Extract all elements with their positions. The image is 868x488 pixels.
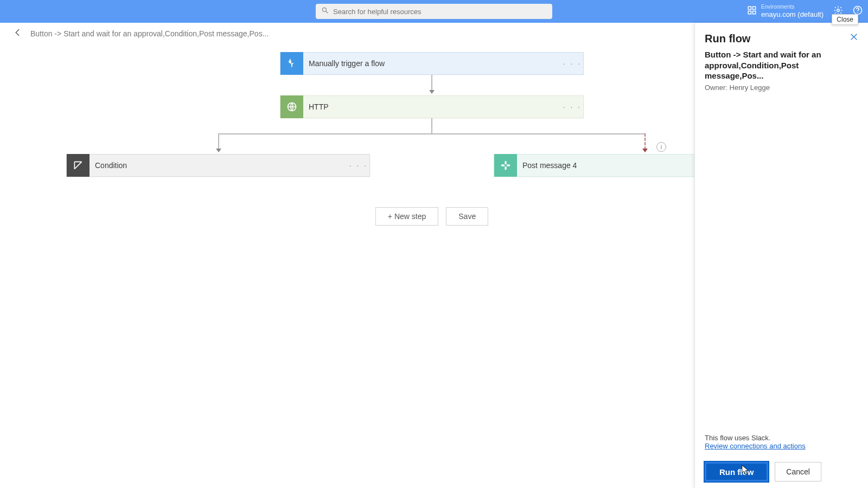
environment-label: Environments	[761, 4, 824, 10]
arrow-down-icon	[216, 149, 221, 152]
search-box[interactable]	[316, 4, 552, 19]
connector-line	[431, 118, 432, 133]
flow-canvas: Manually trigger a flow · · · HTTP · · ·…	[0, 44, 694, 488]
run-flow-button[interactable]: Run flow	[705, 462, 768, 481]
arrow-down-icon	[429, 90, 435, 94]
panel-subtitle: Button -> Start and wait for an approval…	[705, 49, 858, 81]
close-tooltip: Close	[832, 14, 858, 25]
canvas-actions: + New step Save	[375, 207, 488, 226]
cancel-button[interactable]: Cancel	[775, 462, 821, 481]
svg-point-9	[289, 61, 291, 62]
condition-icon	[67, 154, 90, 177]
slack-icon	[494, 154, 517, 177]
search-icon	[321, 7, 329, 16]
svg-point-6	[837, 9, 840, 12]
breadcrumb-title: Button -> Start and wait for an approval…	[30, 29, 269, 38]
trigger-icon	[280, 52, 303, 75]
environment-icon	[747, 5, 757, 17]
close-icon[interactable]	[850, 33, 858, 43]
card-condition-title: Condition	[90, 161, 348, 170]
http-icon	[280, 95, 303, 118]
card-trigger[interactable]: Manually trigger a flow · · ·	[280, 52, 584, 75]
svg-line-1	[326, 11, 328, 14]
svg-rect-4	[748, 11, 751, 14]
card-http-title: HTTP	[303, 102, 561, 111]
connector-line	[218, 133, 646, 134]
environment-picker[interactable]: Environments enayu.com (default)	[747, 4, 824, 19]
review-connections-link[interactable]: Review connections and actions	[705, 442, 858, 450]
connector-line	[218, 133, 219, 150]
connector-dashed-line	[644, 133, 646, 150]
svg-rect-14	[507, 164, 510, 166]
new-step-button[interactable]: + New step	[375, 207, 438, 226]
svg-point-0	[322, 8, 326, 11]
save-button[interactable]: Save	[446, 207, 488, 226]
environment-name: enayu.com (default)	[761, 10, 824, 19]
connector-line	[431, 75, 432, 91]
svg-rect-5	[753, 11, 756, 14]
info-icon[interactable]: i	[656, 142, 666, 152]
back-arrow-icon[interactable]	[13, 28, 23, 39]
card-condition[interactable]: Condition · · ·	[66, 154, 370, 177]
card-condition-menu[interactable]: · · ·	[348, 161, 369, 170]
arrow-down-dashed-icon	[642, 149, 648, 152]
svg-rect-3	[753, 7, 756, 9]
panel-title: Run flow	[705, 33, 750, 45]
run-flow-panel: Run flow Button -> Start and wait for an…	[694, 23, 868, 488]
svg-rect-11	[505, 161, 506, 165]
panel-owner: Owner: Henry Legge	[705, 84, 858, 92]
svg-rect-13	[501, 164, 505, 166]
panel-note: This flow uses Slack.	[705, 434, 858, 442]
svg-point-8	[858, 12, 858, 12]
card-http-menu[interactable]: · · ·	[561, 102, 583, 111]
app-header: Environments enayu.com (default) Close	[0, 0, 868, 23]
search-input[interactable]	[333, 8, 547, 16]
card-trigger-title: Manually trigger a flow	[303, 59, 561, 68]
svg-rect-2	[748, 7, 751, 9]
card-http[interactable]: HTTP · · ·	[280, 95, 584, 118]
svg-rect-12	[505, 166, 506, 170]
card-trigger-menu[interactable]: · · ·	[561, 59, 583, 68]
